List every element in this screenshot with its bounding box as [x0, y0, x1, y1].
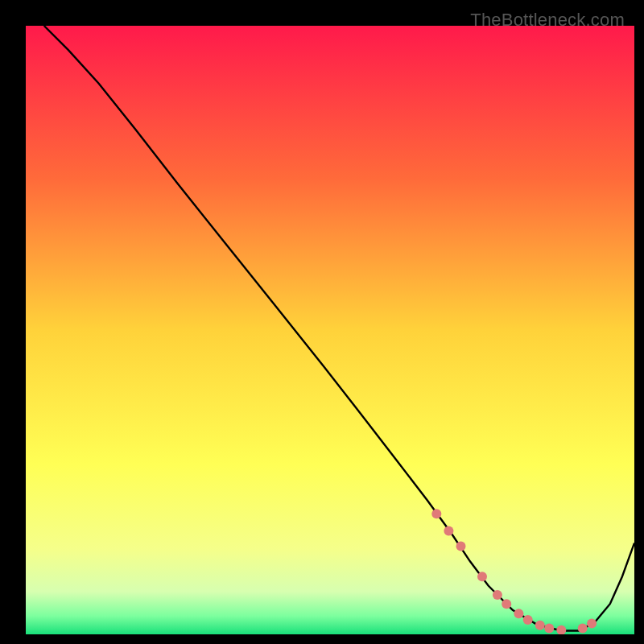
marker-dot: [523, 615, 533, 625]
marker-dot: [493, 590, 502, 600]
marker-dot: [587, 618, 597, 628]
chart-plot: [26, 26, 634, 634]
marker-dot: [477, 572, 487, 581]
marker-dot: [578, 623, 588, 633]
chart-frame: TheBottleneck.com: [8, 8, 636, 636]
marker-dot: [535, 621, 545, 630]
marker-dot: [514, 609, 523, 618]
gradient-background: [26, 26, 634, 634]
marker-dot: [444, 526, 453, 536]
marker-dot: [456, 541, 466, 551]
marker-dot: [431, 509, 441, 518]
marker-dot: [502, 599, 511, 609]
marker-dot: [544, 623, 554, 633]
